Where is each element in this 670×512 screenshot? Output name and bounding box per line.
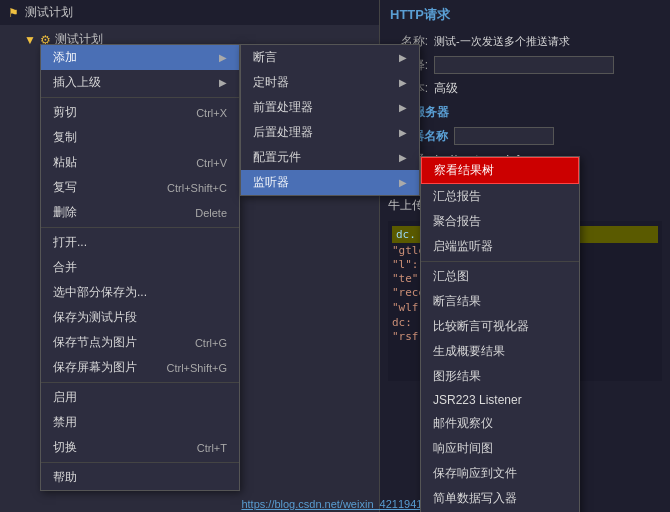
menu-delete[interactable]: 删除 Delete [41, 200, 239, 225]
menu-save-screen-img[interactable]: 保存屏幕为图片 Ctrl+Shift+G [41, 355, 239, 380]
submenu-listener[interactable]: 监听器 ▶ [241, 170, 419, 195]
submenu-add: 断言 ▶ 定时器 ▶ 前置处理器 ▶ 后置处理器 ▶ 配置元件 ▶ 监听器 ▶ [240, 44, 420, 196]
comment-input[interactable] [434, 56, 614, 74]
webservice-row: Web服务器 [380, 100, 670, 124]
menu-enable[interactable]: 启用 [41, 385, 239, 410]
server-row: 服务器名称 [380, 124, 670, 148]
menu-save-selected[interactable]: 选中部分保存为... [41, 280, 239, 305]
menu-add[interactable]: 添加 ▶ [41, 45, 239, 70]
arrow-right-icon: ▶ [399, 177, 407, 188]
left-panel: ⚑ 测试计划 ▼ ⚙ 测试计划 ▼ ⚙ 线程组 ▶ 测试-一次发送多个推送请求 … [0, 0, 380, 512]
submenu-view-results-tree[interactable]: 察看结果树 [421, 157, 579, 184]
server-input[interactable] [454, 127, 554, 145]
menu-save-node-img[interactable]: 保存节点为图片 Ctrl+G [41, 330, 239, 355]
submenu-config-element[interactable]: 配置元件 ▶ [241, 145, 419, 170]
submenu-assertion[interactable]: 断言 ▶ [241, 45, 419, 70]
name-row: 名称: 测试-一次发送多个推送请求 [380, 30, 670, 53]
submenu-compare-assertion[interactable]: 比较断言可视化器 [421, 314, 579, 339]
arrow-right-icon: ▶ [219, 77, 227, 88]
menu-copy[interactable]: 复制 [41, 125, 239, 150]
submenu-summary-report[interactable]: 汇总报告 [421, 184, 579, 209]
submenu-simple-data-writer[interactable]: 简单数据写入器 [421, 486, 579, 511]
menu-help[interactable]: 帮助 [41, 465, 239, 490]
menu-duplicate[interactable]: 复写 Ctrl+Shift+C [41, 175, 239, 200]
menu-sep-3 [41, 382, 239, 383]
title-text: 测试计划 [25, 4, 73, 21]
submenu-pre-processor[interactable]: 前置处理器 ▶ [241, 95, 419, 120]
arrow-right-icon: ▶ [219, 52, 227, 63]
submenu-backend-listener[interactable]: 启端监听器 [421, 234, 579, 259]
menu-sep-2 [41, 227, 239, 228]
submenu-listener: 察看结果树 汇总报告 聚合报告 启端监听器 汇总图 断言结果 比较断言可视化器 … [420, 156, 580, 512]
submenu-timer[interactable]: 定时器 ▶ [241, 70, 419, 95]
plan-icon: ⚑ [8, 6, 19, 20]
submenu-summary-graph[interactable]: 汇总图 [421, 264, 579, 289]
name-value: 测试-一次发送多个推送请求 [434, 34, 570, 49]
submenu-generate-summary[interactable]: 生成概要结果 [421, 339, 579, 364]
submenu-mail-visualizer[interactable]: 邮件观察仪 [421, 411, 579, 436]
submenu-response-time[interactable]: 响应时间图 [421, 436, 579, 461]
title-bar: ⚑ 测试计划 [0, 0, 379, 25]
arrow-right-icon: ▶ [399, 52, 407, 63]
menu-cut[interactable]: 剪切 Ctrl+X [41, 100, 239, 125]
panel-title: HTTP请求 [380, 0, 670, 30]
submenu-assertion-results[interactable]: 断言结果 [421, 289, 579, 314]
menu-save-snippet[interactable]: 保存为测试片段 [41, 305, 239, 330]
submenu-aggregate-report[interactable]: 聚合报告 [421, 209, 579, 234]
arrow-right-icon: ▶ [399, 102, 407, 113]
arrow-right-icon: ▶ [399, 77, 407, 88]
submenu-graph-results[interactable]: 图形结果 [421, 364, 579, 389]
menu-sep-4 [41, 462, 239, 463]
menu-merge[interactable]: 合并 [41, 255, 239, 280]
menu-paste[interactable]: 粘贴 Ctrl+V [41, 150, 239, 175]
menu-toggle[interactable]: 切换 Ctrl+T [41, 435, 239, 460]
context-menu: 添加 ▶ 插入上级 ▶ 剪切 Ctrl+X 复制 粘贴 Ctrl+V 复写 Ct… [40, 44, 240, 491]
arrow-right-icon: ▶ [399, 127, 407, 138]
submenu-post-processor[interactable]: 后置处理器 ▶ [241, 120, 419, 145]
menu-disable[interactable]: 禁用 [41, 410, 239, 435]
version-row: 版本: 高级 [380, 77, 670, 100]
menu-insert-parent[interactable]: 插入上级 ▶ [41, 70, 239, 95]
menu-open[interactable]: 打开... [41, 230, 239, 255]
submenu-jsr223[interactable]: JSR223 Listener [421, 389, 579, 411]
submenu-save-response[interactable]: 保存响应到文件 [421, 461, 579, 486]
arrow-right-icon: ▶ [399, 152, 407, 163]
menu-sep-1 [41, 97, 239, 98]
upload-label: 牛上传 [388, 197, 424, 214]
plan-icon: ▼ [24, 33, 36, 47]
submenu-sep-1 [421, 261, 579, 262]
comment-row: 注释: [380, 53, 670, 77]
version-value: 高级 [434, 80, 458, 97]
